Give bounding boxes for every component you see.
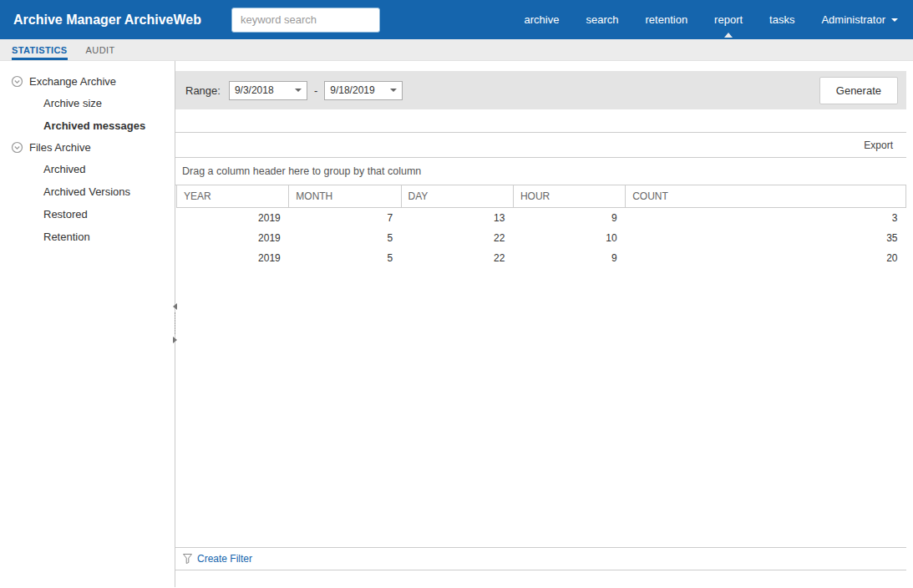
app-root: Archive Manager ArchiveWeb archive searc… [0, 0, 913, 587]
range-label: Range: [185, 84, 221, 97]
cell-month: 7 [289, 208, 401, 229]
cell-count: 3 [626, 208, 906, 229]
table-row[interactable]: 2019 7 13 9 3 [177, 208, 906, 229]
cell-year: 2019 [177, 208, 289, 229]
sidebar-item-archive-size[interactable]: Archive size [0, 92, 175, 114]
table-row[interactable]: 2019 5 22 9 20 [177, 248, 906, 268]
chevron-down-icon [390, 89, 397, 92]
empty-space [175, 268, 906, 547]
create-filter-link[interactable]: Create Filter [197, 553, 252, 565]
range-to-dropdown[interactable]: 9/18/2019 [324, 81, 403, 100]
range-toolbar: Range: 9/3/2018 - 9/18/2019 Generate [175, 71, 906, 109]
tree-group-exchange-archive[interactable]: Exchange Archive [0, 71, 175, 92]
range-from-value: 9/3/2018 [235, 84, 274, 96]
cell-count: 20 [626, 248, 906, 268]
column-header-day[interactable]: DAY [401, 185, 513, 208]
nav-retention[interactable]: retention [646, 2, 688, 38]
statistics-sidebar: Exchange Archive Archive size Archived m… [0, 61, 175, 587]
collapse-left-icon [173, 303, 177, 310]
cell-month: 5 [289, 228, 401, 248]
sidebar-item-restored[interactable]: Restored [0, 203, 175, 226]
nav-tasks[interactable]: tasks [769, 2, 794, 38]
tab-statistics[interactable]: STATISTICS [12, 39, 68, 60]
cell-day: 22 [401, 248, 513, 268]
table-row[interactable]: 2019 5 22 10 35 [177, 228, 906, 248]
top-nav: archive search retention report tasks Ad… [525, 2, 898, 38]
active-nav-indicator [724, 33, 733, 38]
range-to-value: 9/18/2019 [330, 84, 374, 96]
generate-button[interactable]: Generate [819, 77, 898, 104]
nav-administrator-menu[interactable]: Administrator [821, 2, 898, 38]
top-header: Archive Manager ArchiveWeb archive searc… [0, 0, 913, 39]
cell-month: 5 [289, 248, 401, 268]
tree-group-label: Exchange Archive [29, 75, 116, 88]
range-from-dropdown[interactable]: 9/3/2018 [229, 81, 307, 100]
column-header-count[interactable]: COUNT [626, 185, 906, 208]
report-panel: Range: 9/3/2018 - 9/18/2019 Generate Exp… [175, 61, 906, 587]
section-tabbar: STATISTICS AUDIT [0, 39, 913, 61]
nav-search[interactable]: search [586, 2, 618, 38]
chevron-down-icon [891, 18, 898, 22]
cell-count: 35 [626, 228, 906, 248]
chevron-down-icon [295, 89, 302, 92]
expand-right-icon [173, 337, 177, 343]
app-title: Archive Manager ArchiveWeb [13, 13, 201, 28]
column-header-hour[interactable]: HOUR [513, 185, 625, 208]
tree-group-label: Files Archive [29, 141, 91, 154]
cell-day: 22 [401, 228, 513, 248]
cell-year: 2019 [177, 228, 289, 248]
splitter-dots [175, 312, 175, 334]
sidebar-item-archived-versions[interactable]: Archived Versions [0, 180, 175, 203]
results-table: YEAR MONTH DAY HOUR COUNT 2019 7 13 9 3 [176, 185, 906, 268]
nav-administrator-label: Administrator [821, 13, 885, 26]
nav-archive[interactable]: archive [525, 2, 560, 38]
cell-day: 13 [401, 208, 513, 229]
content-area: Exchange Archive Archive size Archived m… [0, 61, 913, 587]
filter-bar: Create Filter [175, 547, 906, 570]
cell-hour: 10 [513, 228, 625, 248]
cell-hour: 9 [513, 208, 625, 229]
export-row: Export [175, 132, 906, 158]
collapse-icon [11, 141, 23, 154]
table-header-row: YEAR MONTH DAY HOUR COUNT [177, 185, 906, 208]
cell-year: 2019 [177, 248, 289, 268]
funnel-icon [183, 554, 192, 564]
sidebar-item-archived[interactable]: Archived [0, 158, 175, 180]
range-separator: - [314, 84, 317, 97]
cell-hour: 9 [513, 248, 625, 268]
tree-group-files-archive[interactable]: Files Archive [0, 137, 175, 158]
group-by-hint[interactable]: Drag a column header here to group by th… [175, 158, 906, 185]
column-header-month[interactable]: MONTH [289, 185, 401, 208]
tab-audit[interactable]: AUDIT [86, 39, 115, 60]
nav-report[interactable]: report [714, 2, 743, 38]
sidebar-item-archived-messages[interactable]: Archived messages [0, 114, 175, 137]
splitter-grip[interactable] [171, 303, 179, 343]
column-header-year[interactable]: YEAR [177, 185, 289, 208]
sidebar-item-retention[interactable]: Retention [0, 226, 175, 248]
collapse-icon [11, 75, 23, 88]
nav-report-label: report [714, 13, 743, 26]
bottom-gap [175, 570, 906, 587]
keyword-search-input[interactable] [231, 8, 380, 33]
export-link[interactable]: Export [864, 139, 893, 151]
